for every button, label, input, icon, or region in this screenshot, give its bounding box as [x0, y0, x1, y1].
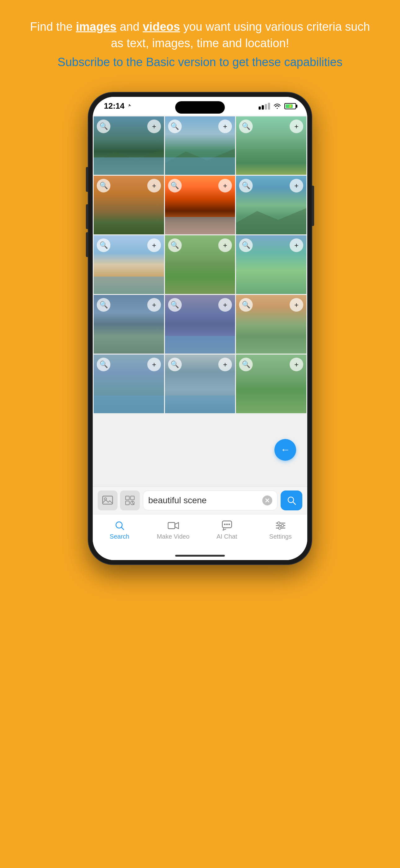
zoom-icon-7[interactable]: 🔍 — [97, 239, 110, 252]
photo-cell-5[interactable]: 🔍 ＋ — [165, 176, 235, 235]
phone-screen: 12:14 ⚡ — [93, 97, 307, 560]
zoom-icon-6[interactable]: 🔍 — [239, 179, 253, 192]
zoom-icon-14[interactable]: 🔍 — [168, 358, 182, 371]
battery-icon: ⚡ — [284, 103, 296, 109]
add-icon-10[interactable]: ＋ — [147, 298, 161, 312]
add-icon-8[interactable]: ＋ — [218, 239, 232, 252]
zoom-icon-12[interactable]: 🔍 — [239, 298, 253, 312]
settings-sliders-icon — [275, 520, 286, 531]
zoom-icon-3[interactable]: 🔍 — [239, 120, 253, 133]
svg-rect-1 — [103, 496, 112, 504]
photo-cell-9[interactable]: 🔍 ＋ — [236, 235, 306, 294]
photo-cell-15[interactable]: 🔍 ＋ — [236, 354, 306, 413]
signal-bars-icon — [259, 103, 270, 110]
clear-x-icon — [265, 498, 270, 503]
photo-cell-13[interactable]: 🔍 ＋ — [94, 354, 164, 413]
add-icon-11[interactable]: ＋ — [218, 298, 232, 312]
add-icon-5[interactable]: ＋ — [218, 179, 232, 192]
zoom-icon-9[interactable]: 🔍 — [239, 239, 253, 252]
phone-mockup: 12:14 ⚡ — [88, 93, 312, 564]
photo-cell-1[interactable]: 🔍 ＋ — [94, 116, 164, 175]
image-icon — [102, 495, 113, 506]
photo-grid: 🔍 ＋ 🔍 ＋ 🔍 ＋ — [93, 116, 307, 414]
add-icon-1[interactable]: ＋ — [147, 120, 161, 133]
video-camera-icon — [168, 520, 179, 531]
location-picker-icon[interactable] — [120, 491, 140, 510]
search-input[interactable]: beautiful scene — [148, 495, 259, 505]
svg-point-25 — [278, 527, 281, 529]
add-icon-15[interactable]: ＋ — [290, 358, 303, 371]
svg-point-23 — [277, 522, 280, 524]
tab-settings-icon — [273, 519, 288, 532]
subscribe-text[interactable]: Subscribe to the Basic version to get th… — [25, 54, 375, 70]
zoom-icon-5[interactable]: 🔍 — [168, 179, 182, 192]
tab-make-video-icon — [166, 519, 181, 532]
tab-bar: Search Make Video — [93, 514, 307, 551]
add-icon-2[interactable]: ＋ — [218, 120, 232, 133]
search-bar-area: beautiful scene — [93, 487, 307, 514]
photo-cell-7[interactable]: 🔍 ＋ — [94, 235, 164, 294]
location-arrow-icon — [127, 104, 131, 108]
add-icon-3[interactable]: ＋ — [290, 120, 303, 133]
chat-bubble-icon — [222, 520, 232, 531]
photo-cell-12[interactable]: 🔍 ＋ — [236, 295, 306, 353]
zoom-icon-2[interactable]: 🔍 — [168, 120, 182, 133]
add-icon-6[interactable]: ＋ — [290, 179, 303, 192]
zoom-icon-10[interactable]: 🔍 — [97, 298, 110, 312]
videos-bold: videos — [143, 20, 180, 33]
tab-settings[interactable]: Settings — [254, 519, 307, 540]
search-clear-button[interactable] — [262, 495, 272, 505]
svg-point-17 — [224, 523, 226, 525]
search-tab-icon — [114, 520, 125, 531]
zoom-icon-13[interactable]: 🔍 — [97, 358, 110, 371]
battery-bolt: ⚡ — [288, 104, 293, 108]
zoom-icon-8[interactable]: 🔍 — [168, 239, 182, 252]
tab-search-icon — [112, 519, 128, 532]
svg-rect-5 — [126, 501, 129, 505]
photo-cell-8[interactable]: 🔍 ＋ — [165, 235, 235, 294]
tab-ai-chat[interactable]: AI Chat — [200, 519, 254, 540]
add-icon-7[interactable]: ＋ — [147, 239, 161, 252]
zoom-icon-1[interactable]: 🔍 — [97, 120, 110, 133]
photo-cell-6[interactable]: 🔍 ＋ — [236, 176, 306, 235]
svg-rect-4 — [131, 496, 134, 500]
photo-cell-3[interactable]: 🔍 ＋ — [236, 116, 306, 175]
tab-ai-chat-icon — [219, 519, 235, 532]
photo-cell-4[interactable]: 🔍 ＋ — [94, 176, 164, 235]
search-left-icons — [98, 491, 140, 510]
tab-make-video[interactable]: Make Video — [146, 519, 200, 540]
tab-settings-label: Settings — [269, 533, 292, 540]
svg-rect-15 — [168, 523, 175, 529]
tab-make-video-label: Make Video — [157, 533, 190, 540]
search-go-button[interactable] — [280, 491, 302, 510]
time-display: 12:14 — [104, 101, 125, 111]
add-icon-14[interactable]: ＋ — [218, 358, 232, 371]
photo-cell-10[interactable]: 🔍 ＋ — [94, 295, 164, 353]
svg-line-12 — [293, 502, 296, 504]
zoom-icon-4[interactable]: 🔍 — [97, 179, 110, 192]
add-icon-9[interactable]: ＋ — [290, 239, 303, 252]
back-fab-button[interactable]: ← — [274, 439, 296, 461]
add-icon-4[interactable]: ＋ — [147, 179, 161, 192]
svg-marker-0 — [129, 104, 131, 107]
home-indicator-bar — [175, 555, 225, 557]
tab-ai-chat-label: AI Chat — [216, 533, 237, 540]
image-picker-icon[interactable] — [98, 491, 118, 510]
tab-search[interactable]: Search — [93, 519, 146, 540]
status-icons: ⚡ — [259, 103, 296, 110]
search-input-wrapper[interactable]: beautiful scene — [143, 491, 277, 510]
map-pin-icon — [124, 495, 135, 506]
photo-grid-area[interactable]: 🔍 ＋ 🔍 ＋ 🔍 ＋ — [93, 116, 307, 487]
svg-line-14 — [122, 527, 124, 530]
images-bold: images — [76, 20, 116, 33]
zoom-icon-15[interactable]: 🔍 — [239, 358, 253, 371]
svg-point-18 — [226, 523, 228, 525]
add-icon-13[interactable]: ＋ — [147, 358, 161, 371]
photo-cell-2[interactable]: 🔍 ＋ — [165, 116, 235, 175]
zoom-icon-11[interactable]: 🔍 — [168, 298, 182, 312]
photo-cell-11[interactable]: 🔍 ＋ — [165, 295, 235, 353]
photo-cell-14[interactable]: 🔍 ＋ — [165, 354, 235, 413]
dynamic-island — [175, 101, 225, 114]
search-go-icon — [287, 495, 296, 505]
add-icon-12[interactable]: ＋ — [290, 298, 303, 312]
